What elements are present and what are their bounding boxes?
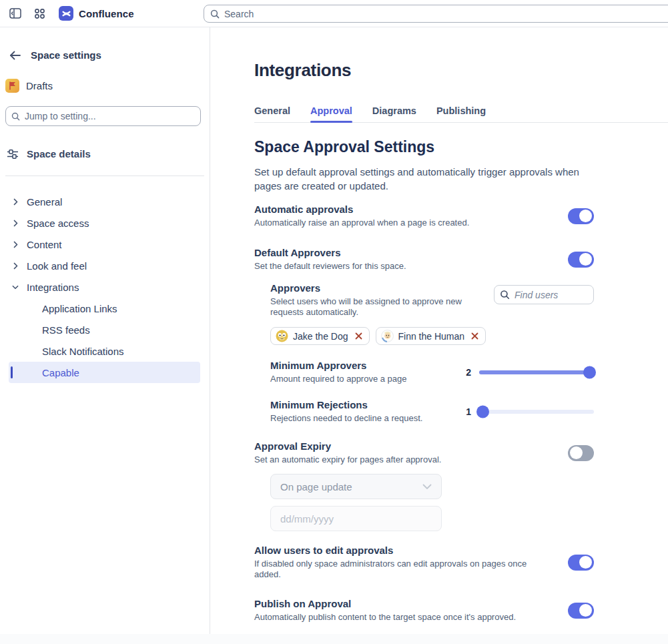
default-approvers-toggle[interactable] <box>568 252 594 268</box>
setting-allow-edit: Allow users to edit approvals If disable… <box>254 545 594 580</box>
setting-label: Default Approvers <box>254 247 406 258</box>
toggle-knob <box>579 604 592 617</box>
sidebar-item-integrations[interactable]: Integrations <box>0 276 210 298</box>
page-bottom-strip <box>0 634 668 644</box>
approver-chip: Finn the Human <box>376 327 486 345</box>
expiry-trigger-value: On page update <box>280 481 352 493</box>
chevron-down-icon <box>422 484 432 490</box>
tab-general[interactable]: General <box>254 105 290 122</box>
allow-edit-toggle[interactable] <box>568 555 594 571</box>
approvers-description: Select users who will be assigned to app… <box>270 296 470 318</box>
toggle-knob <box>579 210 592 222</box>
approvers-label: Approvers <box>270 282 470 294</box>
setting-automatic-approvals: Automatic approvals Automatically raise … <box>254 204 594 228</box>
expiry-trigger-select[interactable]: On page update <box>270 474 442 499</box>
minimum-rejections-row: Minimum Rejections Rejections needed to … <box>270 399 594 424</box>
jump-placeholder: Jump to setting... <box>25 111 96 121</box>
approver-name: Finn the Human <box>398 331 465 342</box>
publish-on-approval-toggle[interactable] <box>568 603 594 619</box>
tab-publishing[interactable]: Publishing <box>436 105 486 122</box>
sidebar-item-application-links[interactable]: Application Links <box>9 298 200 319</box>
section-description: Set up default approval settings and aut… <box>254 165 594 193</box>
approver-chip: Jake the Dog <box>270 327 370 345</box>
tab-approval[interactable]: Approval <box>310 105 352 122</box>
main-content: Integrations General Approval Diagrams P… <box>210 27 668 634</box>
search-placeholder: Search <box>224 9 254 19</box>
setting-description: Automatically publish content to the tar… <box>254 612 516 623</box>
chevron-right-icon <box>12 198 19 206</box>
approvers-block: Approvers Select users who will be assig… <box>270 282 594 424</box>
remove-approver-icon[interactable] <box>471 332 478 340</box>
expiry-date-placeholder: dd/mm/yyyy <box>280 513 334 525</box>
approval-expiry-toggle[interactable] <box>568 445 594 461</box>
sliders-icon <box>7 149 19 159</box>
find-users-input[interactable]: Find users <box>494 285 594 304</box>
chevron-down-icon <box>12 285 19 290</box>
search-icon <box>210 9 220 19</box>
global-search-input[interactable]: Search <box>204 5 668 23</box>
setting-label: Allow users to edit approvals <box>254 545 555 556</box>
section-heading: Space Approval Settings <box>254 138 594 156</box>
minimum-approvers-slider[interactable] <box>479 370 594 374</box>
setting-description: Set an automatic expiry for pages after … <box>254 454 441 465</box>
jump-to-setting-input[interactable]: Jump to setting... <box>5 106 201 126</box>
tab-bar: General Approval Diagrams Publishing <box>254 105 668 123</box>
setting-label: Approval Expiry <box>254 440 441 452</box>
sidebar-item-general[interactable]: General <box>0 191 210 212</box>
chevron-right-icon <box>12 220 19 227</box>
minimum-rejections-value: 1 <box>466 406 471 417</box>
approver-chips: Jake the Dog Finn the Human <box>270 327 594 345</box>
setting-description: Set the default reviewers for this space… <box>254 261 406 272</box>
search-icon <box>500 290 510 300</box>
confluence-logo-icon[interactable] <box>59 6 73 21</box>
automatic-approvals-toggle[interactable] <box>568 208 594 224</box>
sidebar-nav: General Space access Content Look and fe… <box>0 191 210 383</box>
remove-approver-icon[interactable] <box>355 332 362 340</box>
expiry-date-input[interactable]: dd/mm/yyyy <box>270 506 442 531</box>
sidebar-item-content[interactable]: Content <box>0 234 210 255</box>
toggle-knob <box>579 556 592 569</box>
slider-thumb[interactable] <box>583 366 596 378</box>
space-name: Drafts <box>26 80 53 91</box>
approver-name: Jake the Dog <box>293 331 348 342</box>
sidebar-item-space-details[interactable]: Space details <box>7 148 210 159</box>
space-avatar-flag-icon <box>5 79 19 93</box>
app-switcher-icon[interactable] <box>32 6 47 21</box>
chevron-right-icon <box>12 241 19 248</box>
topbar: Confluence Search <box>0 0 668 27</box>
search-icon <box>11 112 20 121</box>
back-to-space-settings[interactable]: Space settings <box>9 49 210 61</box>
back-arrow-icon <box>9 51 21 60</box>
space-header[interactable]: Drafts <box>5 79 210 93</box>
sidebar-item-rss-feeds[interactable]: RSS feeds <box>9 319 200 340</box>
toggle-knob <box>570 446 583 459</box>
jake-avatar <box>276 330 288 342</box>
toggle-knob <box>579 253 592 266</box>
setting-description: Amount required to approve a page <box>270 374 407 384</box>
page-title: Integrations <box>254 60 594 81</box>
sidebar-item-capable[interactable]: Capable <box>9 362 200 383</box>
setting-label: Publish on Approval <box>254 598 516 609</box>
tab-diagrams[interactable]: Diagrams <box>372 105 416 122</box>
sidebar-item-slack-notifications[interactable]: Slack Notifications <box>9 340 200 362</box>
sidebar: Space settings Drafts Jump to setting...… <box>0 27 210 634</box>
setting-label: Automatic approvals <box>254 204 469 215</box>
setting-description: Automatically raise an approval when a p… <box>254 218 469 228</box>
find-users-placeholder: Find users <box>515 290 558 300</box>
setting-description: Rejections needed to decline a request. <box>270 413 422 424</box>
setting-label: Minimum Approvers <box>270 360 407 371</box>
sidebar-divider <box>5 176 204 176</box>
minimum-rejections-slider[interactable] <box>479 410 594 414</box>
minimum-approvers-row: Minimum Approvers Amount required to app… <box>270 360 594 384</box>
finn-avatar <box>381 330 394 342</box>
sidebar-item-look-and-feel[interactable]: Look and feel <box>0 255 210 276</box>
chevron-right-icon <box>12 262 19 270</box>
space-details-label: Space details <box>27 148 91 159</box>
collapse-sidebar-icon[interactable] <box>8 6 23 21</box>
setting-approval-expiry: Approval Expiry Set an automatic expiry … <box>254 440 594 465</box>
slider-thumb[interactable] <box>476 405 489 418</box>
space-settings-label: Space settings <box>31 49 101 61</box>
sidebar-item-space-access[interactable]: Space access <box>0 212 210 234</box>
setting-description: If disabled only space administrators ca… <box>254 559 555 580</box>
slider-fill <box>479 370 594 374</box>
